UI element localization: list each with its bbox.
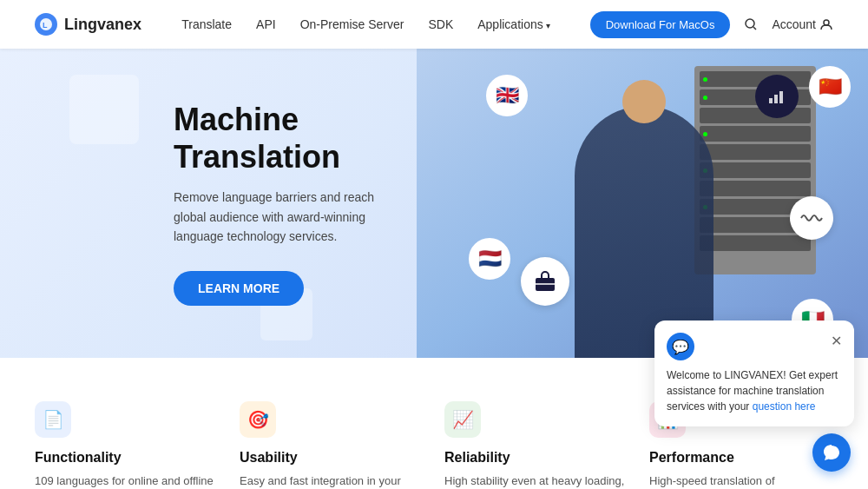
usability-icon: 🎯	[240, 401, 276, 438]
nav-right: Download For MacOs Account	[590, 11, 833, 38]
hero-subtitle: Remove language barriers and reach globa…	[174, 188, 399, 246]
chat-header: 💬 ✕	[667, 333, 842, 360]
chat-fab-button[interactable]	[812, 433, 851, 472]
chat-text: Welcome to LINGVANEX! Get expert assista…	[667, 367, 842, 414]
nav-translate[interactable]: Translate	[181, 17, 232, 31]
search-icon	[744, 17, 758, 31]
hero-title: Machine Translation	[174, 101, 399, 175]
feature-usability: 🎯 Usability Easy and fast integration in…	[240, 401, 424, 489]
chat-widget: 💬 ✕ Welcome to LINGVANEX! Get expert ass…	[654, 320, 854, 426]
server-unit-5	[700, 144, 811, 160]
briefcase-bubble	[521, 257, 569, 306]
person-head	[622, 80, 666, 123]
nav-sdk[interactable]: SDK	[428, 17, 453, 31]
wave-bubble	[790, 196, 833, 240]
nav-applications[interactable]: Applications	[477, 17, 549, 31]
functionality-title: Functionality	[35, 450, 219, 466]
hero-image-area: 🇬🇧 🇳🇱 🇨🇳 🇮🇹	[417, 49, 868, 358]
svg-point-2	[746, 19, 754, 28]
reliability-icon: 📈	[444, 401, 481, 438]
logo[interactable]: L Lingvanex	[35, 13, 141, 36]
chat-fab-icon	[822, 443, 841, 462]
download-button[interactable]: Download For MacOs	[590, 11, 731, 38]
briefcase-icon	[533, 270, 557, 293]
server-unit-3	[700, 108, 811, 123]
svg-rect-6	[774, 95, 778, 103]
chat-link[interactable]: question here	[753, 400, 816, 413]
chart-icon	[766, 86, 787, 107]
hero-content: Machine Translation Remove language barr…	[0, 49, 434, 358]
server-light	[703, 77, 707, 82]
logo-text: Lingvanex	[64, 16, 141, 34]
learn-more-button[interactable]: LEARN MORE	[174, 271, 304, 306]
nav-onpremise[interactable]: On-Premise Server	[300, 17, 404, 31]
functionality-desc: 109 languages for online and offline tra…	[35, 472, 219, 489]
reliability-title: Reliability	[444, 450, 628, 466]
flag-netherlands: 🇳🇱	[469, 238, 510, 280]
server-unit-10	[700, 235, 811, 251]
svg-rect-5	[769, 98, 773, 103]
performance-desc: High-speed translation of multilingual t…	[649, 472, 833, 489]
nav-links: Translate API On-Premise Server SDK Appl…	[181, 17, 549, 31]
svg-line-3	[753, 27, 756, 30]
performance-title: Performance	[649, 450, 833, 466]
server-light	[703, 96, 707, 100]
chat-avatar: 💬	[667, 333, 694, 360]
account-label: Account	[772, 17, 816, 31]
usability-title: Usability	[240, 450, 424, 466]
feature-functionality: 📄 Functionality 109 languages for online…	[35, 401, 219, 489]
svg-point-4	[824, 20, 829, 25]
usability-desc: Easy and fast integration in your produc…	[240, 472, 424, 489]
search-button[interactable]	[744, 17, 758, 31]
reliability-desc: High stability even at heavy loading, hi…	[444, 472, 628, 489]
account-button[interactable]: Account	[772, 17, 833, 31]
flag-china: 🇨🇳	[809, 66, 851, 108]
flag-uk: 🇬🇧	[486, 75, 528, 116]
svg-text:L: L	[43, 21, 48, 30]
logo-icon: L	[35, 13, 57, 36]
chart-bubble	[755, 75, 799, 118]
functionality-icon: 📄	[35, 401, 71, 438]
chat-close-button[interactable]: ✕	[831, 333, 842, 349]
navbar: L Lingvanex Translate API On-Premise Ser…	[0, 0, 868, 49]
account-icon	[819, 17, 833, 31]
server-unit-6	[700, 162, 811, 178]
svg-rect-7	[779, 91, 783, 103]
server-unit-7	[700, 181, 811, 196]
server-unit-4	[700, 126, 811, 142]
hero-section: Machine Translation Remove language barr…	[0, 49, 868, 358]
wave-icon	[799, 209, 824, 227]
nav-api[interactable]: API	[256, 17, 276, 31]
feature-reliability: 📈 Reliability High stability even at hea…	[444, 401, 628, 489]
